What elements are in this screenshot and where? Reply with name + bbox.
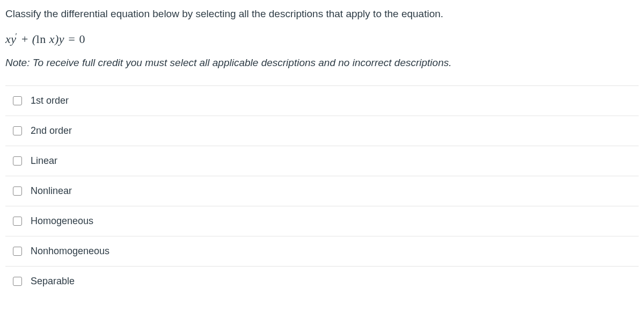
option-label: Homogeneous	[31, 214, 93, 228]
option-label: 1st order	[31, 94, 69, 108]
checkbox[interactable]	[13, 247, 22, 256]
option-row[interactable]: 1st order	[5, 86, 639, 116]
checkbox[interactable]	[13, 186, 22, 196]
option-row[interactable]: Separable	[5, 267, 639, 296]
option-row[interactable]: Linear	[5, 146, 639, 176]
checkbox[interactable]	[13, 126, 22, 135]
option-row[interactable]: Nonlinear	[5, 176, 639, 206]
option-row[interactable]: Nonhomogeneous	[5, 236, 639, 267]
checkbox[interactable]	[13, 156, 22, 166]
checkbox[interactable]	[13, 217, 22, 226]
option-label: Linear	[31, 154, 57, 168]
checkbox[interactable]	[13, 96, 22, 105]
option-label: Nonhomogeneous	[31, 244, 109, 258]
equation-display: xy′ + (ln x)y = 0	[5, 30, 639, 48]
option-row[interactable]: 2nd order	[5, 116, 639, 146]
question-note: Note: To receive full credit you must se…	[5, 55, 639, 71]
question-prompt: Classify the differential equation below…	[5, 6, 639, 22]
option-row[interactable]: Homogeneous	[5, 206, 639, 236]
option-label: Nonlinear	[31, 184, 72, 198]
option-label: Separable	[31, 274, 75, 289]
checkbox[interactable]	[13, 277, 22, 286]
option-label: 2nd order	[31, 124, 72, 138]
options-list: 1st order 2nd order Linear Nonlinear Hom…	[5, 85, 639, 296]
